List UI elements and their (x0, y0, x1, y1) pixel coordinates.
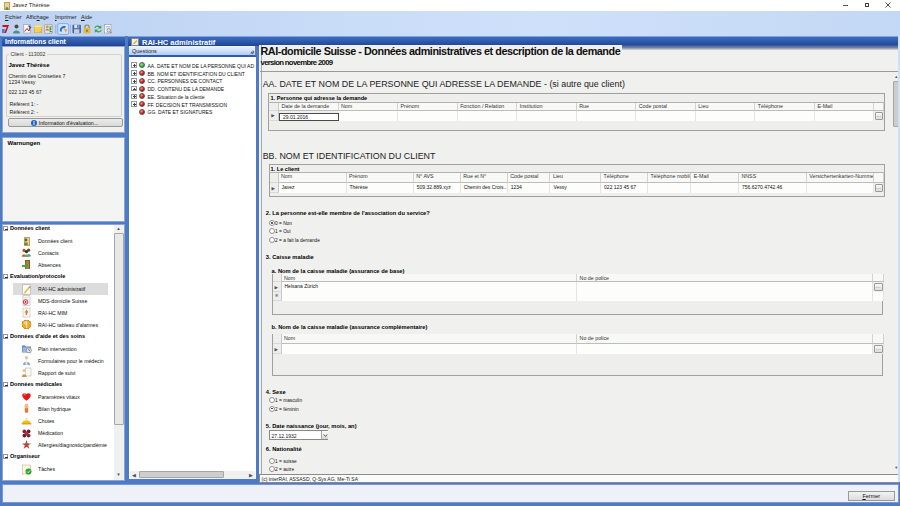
svg-text:1: 1 (50, 26, 53, 32)
